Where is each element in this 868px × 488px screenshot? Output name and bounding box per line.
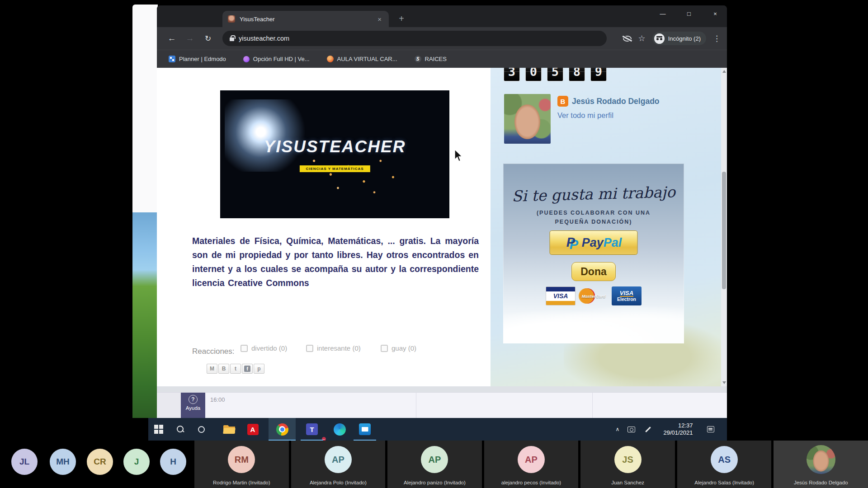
teams-taskbar-button[interactable]: T – bbox=[299, 418, 325, 441]
card-logos: VISA MasterCard VISA Electron bbox=[546, 286, 642, 305]
reaction-divertido[interactable]: divertido (0) bbox=[241, 344, 287, 352]
profile-name-link[interactable]: Jesús Rodado Delgado bbox=[572, 97, 660, 106]
forward-button[interactable]: → bbox=[184, 33, 196, 44]
participant-tile[interactable]: JS Juan Sanchez bbox=[580, 441, 675, 488]
url-text[interactable]: yisusteacher.com bbox=[239, 35, 289, 42]
mastercard-icon: MasterCard bbox=[579, 286, 609, 305]
checkbox-guay[interactable] bbox=[381, 345, 388, 352]
paypal-button[interactable]: P P PayPal bbox=[550, 230, 638, 255]
back-button[interactable]: ← bbox=[166, 33, 178, 44]
call-participants-bar: JL MH CR J H RM Rodrigo Martin (Invitado… bbox=[0, 441, 868, 488]
participant-avatar[interactable]: H bbox=[160, 449, 186, 475]
profile-photo[interactable] bbox=[504, 94, 551, 144]
edge-taskbar-button[interactable] bbox=[328, 418, 351, 441]
new-tab-button[interactable]: + bbox=[396, 13, 407, 24]
bookmark-planner[interactable]: Planner | Edmodo bbox=[169, 56, 226, 62]
tray-chevron-button[interactable]: ∧ bbox=[612, 418, 623, 441]
view-profile-link[interactable]: Ver todo mi perfil bbox=[557, 111, 613, 120]
windows-taskbar: A T – ∧ 12:37 29/01/2021 bbox=[148, 418, 727, 441]
close-button[interactable]: × bbox=[709, 8, 722, 20]
reaction-interesante[interactable]: interesante (0) bbox=[306, 344, 361, 352]
taskbar-search-button[interactable] bbox=[171, 418, 190, 441]
participant-tile[interactable]: AP alejandro pecos (Invitado) bbox=[484, 441, 579, 488]
reload-button[interactable]: ↻ bbox=[202, 33, 214, 44]
tray-pen-button[interactable] bbox=[641, 418, 655, 441]
visa-electron-icon: VISA Electron bbox=[612, 286, 642, 305]
scroll-up-arrow[interactable] bbox=[722, 70, 726, 73]
mouse-cursor bbox=[453, 149, 463, 163]
browser-toolbar: ← → ↻ yisusteacher.com ☆ Incógnito (2) ⋮ bbox=[157, 27, 727, 50]
participant-avatar: AP bbox=[325, 446, 352, 473]
notification-icon bbox=[707, 426, 714, 432]
participant-video-avatar bbox=[807, 445, 835, 474]
address-bar[interactable]: yisusteacher.com bbox=[222, 31, 607, 46]
minimize-button[interactable]: — bbox=[656, 8, 669, 20]
tab-yisusteacher[interactable]: YisusTeacher × bbox=[222, 11, 389, 27]
banner-tagline: CIENCIAS Y MATEMÁTICAS bbox=[299, 165, 370, 172]
donation-title: Si te gusta mi trabajo bbox=[503, 183, 684, 205]
mail-icon bbox=[359, 423, 371, 435]
participant-avatar[interactable]: MH bbox=[50, 449, 76, 475]
reactions-label: Reacciones: bbox=[192, 347, 235, 356]
page-scrollbar[interactable] bbox=[721, 68, 727, 386]
clock-time: 12:37 bbox=[663, 422, 693, 429]
eye-off-icon[interactable] bbox=[623, 36, 632, 42]
calendar-gridline bbox=[416, 393, 416, 418]
share-pinterest-icon[interactable]: p bbox=[254, 364, 264, 374]
start-button[interactable] bbox=[148, 418, 169, 441]
paypal-logo-icon: P P bbox=[566, 235, 579, 250]
share-twitter-icon[interactable]: t bbox=[230, 364, 241, 374]
reaction-guay[interactable]: guay (0) bbox=[381, 344, 416, 352]
screen: YisusTeacher × + — □ × ← → ↻ yisusteache… bbox=[0, 0, 868, 488]
maximize-button[interactable]: □ bbox=[683, 8, 695, 20]
bookmark-star-icon[interactable]: ☆ bbox=[638, 33, 646, 43]
cortana-button[interactable] bbox=[192, 418, 211, 441]
counter-digit: 5 bbox=[547, 68, 563, 81]
sun-flare bbox=[225, 99, 311, 172]
action-center-button[interactable] bbox=[703, 418, 719, 441]
browser-bottom-edge bbox=[157, 386, 727, 392]
cortana-icon bbox=[198, 426, 205, 433]
file-explorer-button[interactable] bbox=[219, 418, 240, 441]
bookmark-opcion-fullhd[interactable]: Opción Full HD | Ve... bbox=[243, 56, 310, 62]
donation-subtitle-1: (PUEDES COLABORAR CON UNA bbox=[503, 210, 684, 216]
menu-kebab-icon[interactable]: ⋮ bbox=[713, 34, 721, 43]
chrome-taskbar-button[interactable] bbox=[269, 418, 296, 441]
participant-name: Jesús Rodado Delgado bbox=[774, 480, 868, 485]
scroll-down-arrow[interactable] bbox=[722, 381, 726, 384]
checkbox-interesante[interactable] bbox=[306, 345, 313, 352]
participant-tile[interactable]: AP Alejandro panizo (Invitado) bbox=[387, 441, 482, 488]
lock-icon bbox=[230, 38, 234, 41]
participant-avatar: AS bbox=[711, 446, 738, 473]
participant-tile[interactable]: AS Alejandro Salas (Invitado) bbox=[677, 441, 772, 488]
participant-avatar[interactable]: CR bbox=[87, 449, 113, 475]
tab-close-icon[interactable]: × bbox=[376, 15, 383, 23]
blog-header-banner[interactable]: YISUSTEACHER CIENCIAS Y MATEMÁTICAS bbox=[220, 90, 449, 218]
bookmark-raices[interactable]: S RAICES bbox=[415, 56, 447, 62]
planner-favicon bbox=[169, 56, 175, 62]
share-facebook-icon[interactable]: f bbox=[242, 364, 253, 374]
banner-title: YISUSTEACHER bbox=[220, 137, 449, 156]
participant-avatar[interactable]: J bbox=[123, 449, 150, 475]
bookmark-aula-virtual[interactable]: AULA VIRTUAL CAR... bbox=[327, 56, 397, 62]
aula-favicon bbox=[327, 56, 334, 62]
participant-avatar[interactable]: JL bbox=[11, 449, 38, 475]
visitor-counter: 3 0 5 8 9 bbox=[504, 68, 607, 81]
participant-tile-self[interactable]: Jesús Rodado Delgado bbox=[774, 441, 868, 488]
tray-screenshare-button[interactable] bbox=[624, 418, 638, 441]
participant-tile[interactable]: AP Alejandra Polo (Invitado) bbox=[291, 441, 386, 488]
scrollbar-thumb[interactable] bbox=[722, 172, 726, 289]
acrobat-icon: A bbox=[247, 424, 259, 435]
taskbar-clock[interactable]: 12:37 29/01/2021 bbox=[656, 418, 700, 441]
participant-tile[interactable]: RM Rodrigo Martin (Invitado) bbox=[194, 441, 289, 488]
incognito-badge[interactable]: Incógnito (2) bbox=[652, 32, 706, 45]
dona-button[interactable]: Dona bbox=[571, 262, 616, 281]
teams-help-item[interactable]: ? Ayuda bbox=[181, 393, 205, 418]
checkbox-divertido[interactable] bbox=[241, 345, 248, 352]
counter-digit: 9 bbox=[590, 68, 607, 81]
acrobat-button[interactable]: A bbox=[242, 418, 263, 441]
mail-taskbar-button[interactable] bbox=[353, 418, 377, 441]
share-blogger-icon[interactable]: B bbox=[218, 364, 229, 374]
share-email-icon[interactable]: M bbox=[207, 364, 217, 374]
participant-name: Alejandro Salas (Invitado) bbox=[677, 480, 772, 485]
